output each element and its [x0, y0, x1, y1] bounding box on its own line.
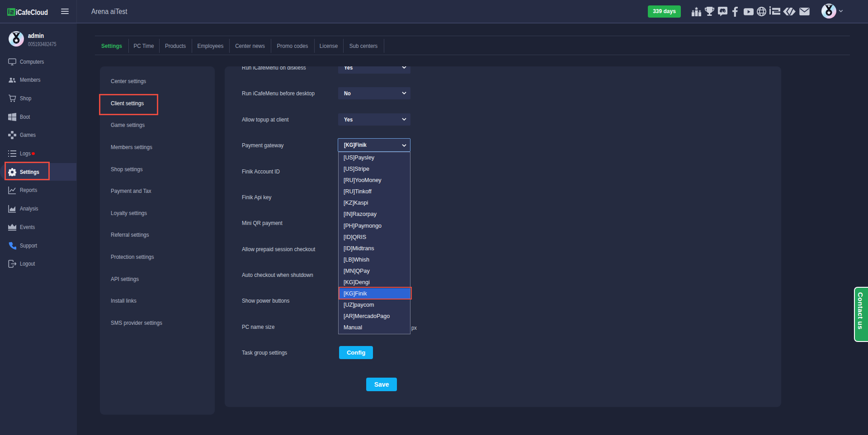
svg-text:PLATINUM: PLATINUM [825, 5, 833, 6]
svg-text:PLATINUM: PLATINUM [13, 32, 20, 34]
